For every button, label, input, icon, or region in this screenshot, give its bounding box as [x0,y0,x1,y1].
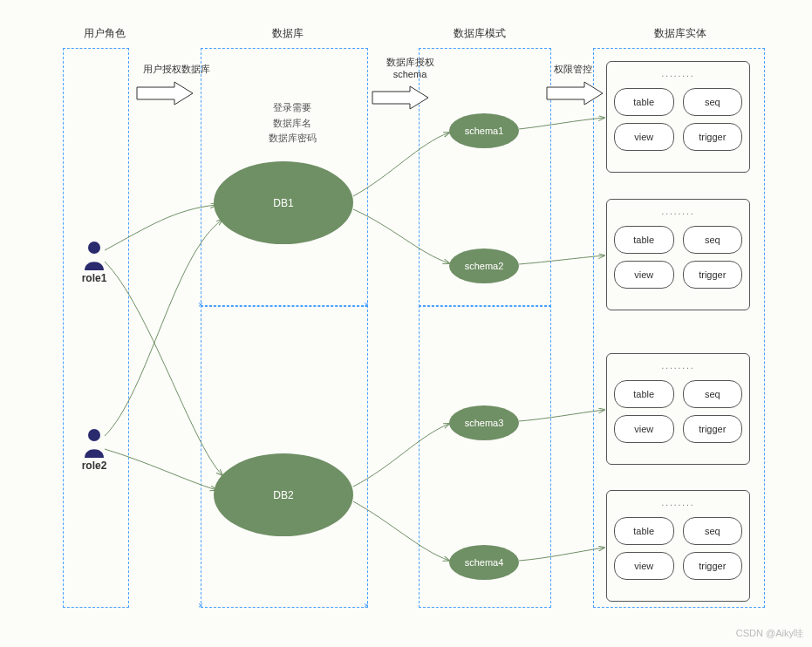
schema2-ellipse: schema2 [449,249,519,283]
watermark: CSDN @Aiky哇 [736,627,803,640]
entity-dots: ........ [614,207,742,219]
svg-point-0 [88,242,100,254]
db1-ellipse: DB1 [214,161,353,244]
arrow-label-schema-entity: 权限管控 [542,63,604,76]
entity-table: table [614,226,674,254]
entity-group-1: ........ table seq view trigger [606,61,750,173]
lane-user-roles [63,48,129,608]
entity-dots: ........ [614,69,742,81]
entity-view: view [614,552,674,580]
entity-dots: ........ [614,498,742,510]
login-line3: 数据库密码 [269,133,317,143]
entity-table: table [614,517,674,545]
entity-view: view [614,261,674,289]
cross-decoration: × [197,603,204,610]
entity-seq: seq [683,88,743,116]
role2-label: role2 [77,460,112,472]
login-info: 登录需要 数据库名 数据库密码 [253,100,331,146]
actor-role2: role2 [77,427,112,472]
cross-decoration: × [363,603,370,610]
entity-trigger: trigger [683,415,743,443]
entity-trigger: trigger [683,123,743,151]
label-line2: schema [393,69,427,79]
entity-seq: seq [683,226,743,254]
db2-ellipse: DB2 [214,453,353,536]
entity-view: view [614,123,674,151]
entity-group-4: ........ table seq view trigger [606,490,750,602]
schema3-ellipse: schema3 [449,405,519,440]
cross-decoration: × [363,302,370,309]
col-header-user-roles: 用户角色 [70,26,140,41]
block-arrow-3 [545,80,606,106]
arrow-label-db-schema: 数据库授权 schema [371,56,449,79]
col-header-schema: 数据库模式 [436,26,523,41]
entity-dots: ........ [614,361,742,373]
arrow-label-user-db: 用户授权数据库 [133,63,220,76]
entity-table: table [614,380,674,408]
block-arrow-2 [371,85,432,111]
entity-group-3: ........ table seq view trigger [606,353,750,465]
svg-point-1 [88,429,100,441]
cross-decoration: × [197,302,204,309]
entity-group-2: ........ table seq view trigger [606,199,750,310]
label-line1: 数据库授权 [386,57,434,67]
entity-seq: seq [683,517,743,545]
col-header-entity: 数据库实体 [637,26,724,41]
login-line2: 数据库名 [273,118,311,128]
login-line1: 登录需要 [273,102,311,112]
entity-seq: seq [683,380,743,408]
entity-table: table [614,88,674,116]
entity-view: view [614,415,674,443]
entity-trigger: trigger [683,552,743,580]
col-header-database: 数据库 [253,26,323,41]
actor-role1: role1 [77,240,112,284]
schema1-ellipse: schema1 [449,113,519,148]
schema4-ellipse: schema4 [449,545,519,580]
entity-trigger: trigger [683,261,743,289]
role1-label: role1 [77,272,112,284]
block-arrow-1 [135,80,196,106]
